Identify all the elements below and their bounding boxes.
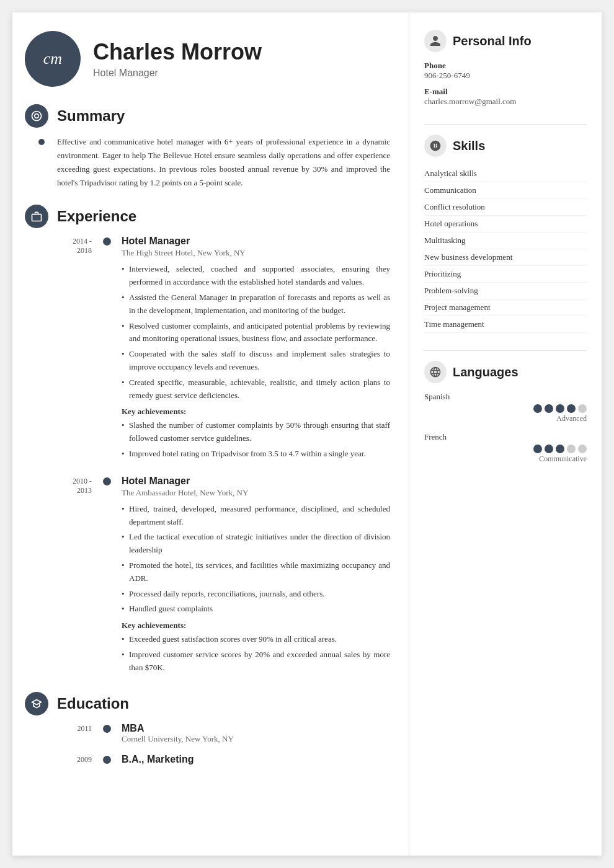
- languages-section: Languages Spanish Advanced French Commun…: [424, 361, 587, 464]
- skills-icon: [424, 135, 447, 157]
- language-dots: [424, 445, 587, 453]
- summary-text: Effective and communicative hotel manage…: [57, 135, 390, 190]
- personal-field: Phone 906-250-6749: [424, 61, 587, 81]
- experience-section: Experience 2014 - 2018 Hotel Manager The…: [25, 205, 390, 676]
- list-item: Processed daily reports, reconciliations…: [122, 588, 390, 601]
- exp-dot-col: [100, 476, 113, 677]
- skills-section: Skills Analytical skillsCommunicationCon…: [424, 135, 587, 333]
- language-dot: [578, 404, 587, 413]
- skills-star-icon: [429, 140, 442, 152]
- exp-company: The Ambassador Hotel, New York, NY: [122, 488, 390, 498]
- list-item: Led the tactical execution of strategic …: [122, 531, 390, 557]
- summary-icon: [25, 104, 48, 128]
- graduation-icon: [30, 698, 43, 710]
- language-name: French: [424, 432, 587, 442]
- experience-icon: [25, 205, 48, 228]
- language-dot: [578, 445, 587, 453]
- skill-item: Time management: [424, 316, 587, 333]
- skills-title: Skills: [453, 139, 485, 153]
- personal-info-header: Personal Info: [424, 30, 587, 52]
- edu-content: B.A., Marketing: [113, 754, 390, 765]
- languages-header: Languages: [424, 361, 587, 383]
- list-item: Assisted the General Manager in preparat…: [122, 291, 390, 317]
- exp-dot-col: [100, 236, 113, 463]
- avatar-initials: cm: [43, 50, 62, 68]
- experience-entry: 2010 - 2013 Hotel Manager The Ambassador…: [57, 476, 390, 677]
- divider-1: [424, 124, 587, 125]
- edu-content: MBA Cornell University, New York, NY: [113, 723, 390, 744]
- language-dot: [545, 445, 553, 453]
- edu-degree: MBA: [122, 723, 390, 734]
- skill-item: Communication: [424, 182, 587, 199]
- language-dot: [533, 404, 542, 413]
- achievements-bullets: Slashed the number of customer complaint…: [122, 419, 390, 460]
- edu-year: 2009: [57, 754, 100, 765]
- exp-bullets: Hired, trained, developed, measured perf…: [122, 503, 390, 616]
- divider-2: [424, 350, 587, 351]
- key-achievements-label: Key achievements:: [122, 407, 390, 417]
- main-column: cm Charles Morrow Hotel Manager Summary …: [12, 12, 409, 856]
- sidebar: Personal Info Phone 906-250-6749 E-mail …: [409, 12, 602, 856]
- exp-dot: [103, 477, 111, 485]
- full-name: Charles Morrow: [93, 39, 262, 65]
- header-text: Charles Morrow Hotel Manager: [93, 39, 262, 79]
- globe-icon: [429, 366, 442, 378]
- exp-content: Hotel Manager The High Street Hotel, New…: [113, 236, 390, 463]
- summary-header: Summary: [25, 104, 390, 128]
- personal-fields: Phone 906-250-6749 E-mail charles.morrow…: [424, 61, 587, 107]
- experience-title: Experience: [57, 208, 136, 225]
- exp-bullets: Interviewed, selected, coached and suppo…: [122, 263, 390, 402]
- resume-header: cm Charles Morrow Hotel Manager: [25, 31, 390, 87]
- edu-year: 2011: [57, 723, 100, 744]
- skill-item: Hotel operations: [424, 216, 587, 232]
- experience-header: Experience: [25, 205, 390, 228]
- education-section: Education 2011 MBA Cornell University, N…: [25, 692, 390, 765]
- briefcase-icon: [30, 210, 43, 223]
- language-entry: Spanish Advanced: [424, 392, 587, 423]
- education-entry: 2009 B.A., Marketing: [57, 754, 390, 765]
- exp-year: 2014 - 2018: [57, 236, 100, 463]
- skill-item: Prioritizing: [424, 266, 587, 283]
- exp-content: Hotel Manager The Ambassador Hotel, New …: [113, 476, 390, 677]
- resume-container: cm Charles Morrow Hotel Manager Summary …: [12, 12, 602, 856]
- edu-dot-col: [100, 754, 113, 765]
- skill-item: Multitasking: [424, 232, 587, 249]
- edu-dot: [103, 756, 111, 764]
- summary-section: Summary Effective and communicative hote…: [25, 104, 390, 190]
- exp-company: The High Street Hotel, New York, NY: [122, 248, 390, 258]
- education-header: Education: [25, 692, 390, 715]
- exp-job-title: Hotel Manager: [122, 476, 390, 487]
- exp-year: 2010 - 2013: [57, 476, 100, 677]
- summary-body: Effective and communicative hotel manage…: [25, 135, 390, 190]
- language-dot: [567, 404, 576, 413]
- language-entry: French Communicative: [424, 432, 587, 464]
- language-dot: [556, 404, 564, 413]
- list-item: Handled guest complaints: [122, 603, 390, 616]
- experience-entry: 2014 - 2018 Hotel Manager The High Stree…: [57, 236, 390, 463]
- language-dot: [545, 404, 553, 413]
- list-item: Promoted the hotel, its services, and fa…: [122, 559, 390, 585]
- exp-dot: [103, 237, 111, 246]
- list-item: Improved hotel rating on Tripadvisor fro…: [122, 448, 390, 461]
- list-item: Improved customer service scores by 20% …: [122, 649, 390, 675]
- list-item: Interviewed, selected, coached and suppo…: [122, 263, 390, 289]
- experience-body: 2014 - 2018 Hotel Manager The High Stree…: [25, 236, 390, 676]
- personal-info-section: Personal Info Phone 906-250-6749 E-mail …: [424, 30, 587, 107]
- experience-entries: 2014 - 2018 Hotel Manager The High Stree…: [57, 236, 390, 676]
- education-entry: 2011 MBA Cornell University, New York, N…: [57, 723, 390, 744]
- summary-title: Summary: [57, 107, 125, 125]
- achievements-bullets: Exceeded guest satisfaction scores over …: [122, 633, 390, 674]
- target-icon: [30, 110, 43, 122]
- key-achievements-label: Key achievements:: [122, 621, 390, 631]
- exp-job-title: Hotel Manager: [122, 236, 390, 247]
- personal-info-title: Personal Info: [453, 34, 532, 48]
- skill-item: Problem-solving: [424, 283, 587, 299]
- personal-field-label: Phone: [424, 61, 587, 71]
- list-item: Resolved customer complaints, and antici…: [122, 320, 390, 346]
- list-item: Cooperated with the sales staff to discu…: [122, 348, 390, 374]
- list-item: Created specific, measurable, achievable…: [122, 376, 390, 402]
- list-item: Exceeded guest satisfaction scores over …: [122, 633, 390, 646]
- language-dot: [567, 445, 576, 453]
- language-dot: [533, 445, 542, 453]
- person-icon: [429, 35, 442, 47]
